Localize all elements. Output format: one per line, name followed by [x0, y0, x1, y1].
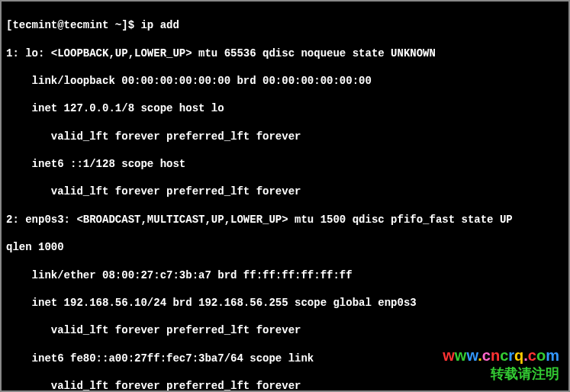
shell-prompt: [tecmint@tecmint ~]$	[6, 19, 140, 31]
output-line: valid_lft forever preferred_lft forever	[6, 323, 564, 337]
output-line: inet 192.168.56.10/24 brd 192.168.56.255…	[6, 296, 564, 310]
output-line: 2: enp0s3: <BROADCAST,MULTICAST,UP,LOWER…	[6, 213, 564, 227]
terminal-output[interactable]: [tecmint@tecmint ~]$ ip add 1: lo: <LOOP…	[6, 5, 564, 392]
command-text: ip add	[140, 19, 179, 31]
output-line: valid_lft forever preferred_lft forever	[6, 130, 564, 143]
output-line: link/loopback 00:00:00:00:00:00 brd 00:0…	[6, 74, 564, 88]
output-line: 1: lo: <LOOPBACK,UP,LOWER_UP> mtu 65536 …	[6, 47, 564, 60]
output-line: link/ether 08:00:27:c7:3b:a7 brd ff:ff:f…	[6, 268, 564, 282]
output-line: valid_lft forever preferred_lft forever	[6, 185, 564, 198]
output-line: valid_lft forever preferred_lft forever	[6, 379, 564, 392]
output-line: inet6 fe80::a00:27ff:fec7:3ba7/64 scope …	[6, 352, 564, 365]
output-line: inet6 ::1/128 scope host	[6, 157, 564, 171]
output-line: qlen 1000	[6, 240, 564, 254]
output-line: inet 127.0.0.1/8 scope host lo	[6, 101, 564, 115]
